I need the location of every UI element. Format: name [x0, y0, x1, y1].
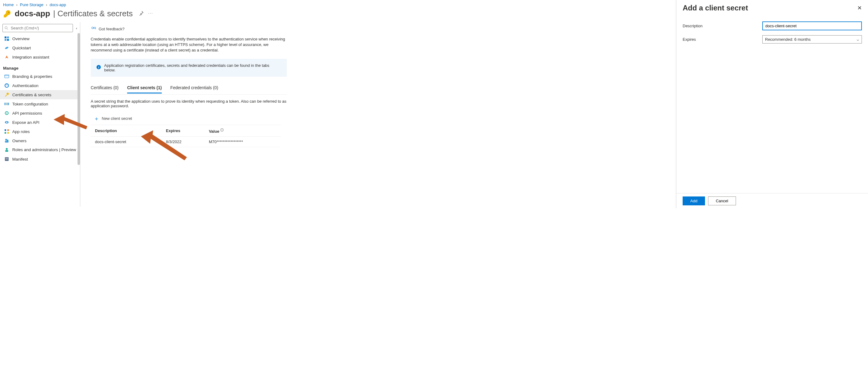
- api-permissions-icon: [4, 111, 9, 116]
- svg-rect-3: [5, 36, 6, 38]
- search-icon: [5, 26, 8, 30]
- expires-value: Recommended: 6 months: [765, 37, 811, 42]
- svg-rect-23: [7, 132, 9, 134]
- cell-description: docs-client-secret: [91, 136, 162, 147]
- sidebar-item-app-roles[interactable]: App roles: [0, 127, 80, 136]
- expose-api-icon: [4, 120, 9, 125]
- sidebar-item-owners[interactable]: Owners: [0, 136, 80, 145]
- more-icon[interactable]: ···: [148, 11, 153, 17]
- sidebar-item-label: Owners: [12, 139, 27, 143]
- new-client-secret-label: New client secret: [102, 116, 132, 121]
- sidebar-item-label: App roles: [12, 129, 30, 134]
- key-icon: [4, 92, 9, 97]
- svg-rect-28: [5, 150, 8, 152]
- sidebar-section-manage: Manage: [0, 62, 80, 72]
- sidebar-item-label: Quickstart: [12, 46, 31, 50]
- svg-point-32: [92, 27, 93, 29]
- sidebar-item-certificates-secrets[interactable]: Certificates & secrets: [0, 90, 80, 99]
- expires-select[interactable]: Recommended: 6 months ⌵: [762, 35, 862, 44]
- search-input[interactable]: [2, 24, 73, 32]
- description-input[interactable]: [762, 22, 862, 30]
- sidebar-item-overview[interactable]: Overview: [0, 34, 80, 43]
- tab-federated[interactable]: Federated credentials (0): [170, 83, 218, 93]
- sidebar-item-integration[interactable]: Integration assistant: [0, 52, 80, 62]
- owners-icon: [4, 138, 9, 143]
- page-title-section: | Certificates & secrets: [53, 9, 133, 19]
- plus-icon: ＋: [94, 115, 99, 122]
- sidebar-item-label: API permissions: [12, 111, 42, 116]
- add-client-secret-panel: Add a client secret ✕ Description Expire…: [676, 0, 868, 208]
- quickstart-icon: [4, 46, 9, 50]
- collapse-sidebar-icon[interactable]: ‹‹: [75, 26, 78, 30]
- sidebar-item-label: Roles and administrators | Preview: [12, 147, 76, 152]
- sidebar-item-label: Expose an API: [12, 120, 39, 125]
- sidebar-item-label: Integration assistant: [12, 55, 49, 59]
- sidebar-item-label: Token configuration: [12, 102, 48, 106]
- tab-certificates[interactable]: Certificates (0): [91, 83, 119, 93]
- sidebar-item-label: Certificates & secrets: [12, 93, 52, 97]
- token-icon: [4, 102, 9, 106]
- rocket-icon: [4, 55, 9, 59]
- breadcrumb-home[interactable]: Home: [3, 2, 14, 7]
- col-expires: Expires: [162, 125, 205, 136]
- sidebar-item-roles-admins[interactable]: Roles and administrators | Preview: [0, 145, 80, 154]
- sidebar-item-manifest[interactable]: Manifest: [0, 154, 80, 164]
- chevron-right-icon: ›: [46, 2, 47, 7]
- chevron-down-icon: ⌵: [857, 37, 859, 42]
- svg-rect-26: [5, 141, 8, 143]
- svg-rect-4: [7, 36, 9, 38]
- sidebar-item-expose-api[interactable]: Expose an API: [0, 118, 80, 127]
- svg-point-27: [6, 148, 8, 150]
- sidebar: ‹‹ Overview Quickstart Integration assis…: [0, 22, 80, 207]
- sidebar-scrollbar[interactable]: [78, 33, 80, 165]
- info-icon[interactable]: ⓘ: [220, 128, 224, 132]
- info-banner-text: Application registration certificates, s…: [104, 63, 281, 72]
- auth-icon: [4, 83, 9, 88]
- overview-icon: [4, 36, 9, 41]
- sidebar-item-token-configuration[interactable]: Token configuration: [0, 99, 80, 109]
- svg-rect-21: [7, 129, 9, 131]
- col-value: Value ⓘ: [205, 125, 281, 136]
- manifest-icon: [4, 156, 9, 162]
- col-description: Description: [91, 125, 162, 136]
- breadcrumb-org[interactable]: Pure Storage: [20, 2, 43, 7]
- sidebar-item-label: Branding & properties: [12, 74, 52, 79]
- feedback-icon: [91, 26, 96, 32]
- cancel-button[interactable]: Cancel: [708, 197, 736, 205]
- key-icon: [3, 9, 12, 18]
- svg-point-9: [5, 84, 8, 87]
- table-row: docs-client-secret 8/3/2022 M70*********…: [91, 136, 281, 147]
- feedback-label: Got feedback?: [99, 27, 125, 31]
- info-banner: i Application registration certificates,…: [91, 59, 287, 77]
- svg-point-25: [7, 140, 8, 141]
- svg-rect-31: [5, 159, 8, 160]
- sidebar-item-label: Manifest: [12, 157, 28, 162]
- app-roles-icon: [4, 129, 9, 134]
- secrets-table: Description Expires Value ⓘ docs-client-…: [91, 125, 281, 147]
- close-icon[interactable]: ✕: [857, 5, 862, 11]
- branding-icon: [4, 74, 9, 79]
- breadcrumb-app[interactable]: docs-app: [50, 2, 66, 7]
- svg-rect-5: [5, 39, 6, 41]
- svg-rect-20: [5, 129, 6, 131]
- svg-rect-7: [5, 75, 9, 78]
- sidebar-item-label: Overview: [12, 36, 29, 41]
- svg-rect-30: [5, 158, 8, 158]
- chevron-right-icon: ›: [16, 2, 18, 7]
- sidebar-item-authentication[interactable]: Authentication: [0, 81, 80, 90]
- field-label-expires: Expires: [683, 37, 762, 42]
- cell-value: M70*****************: [205, 136, 281, 147]
- svg-rect-22: [5, 132, 6, 134]
- tab-client-secrets[interactable]: Client secrets (1): [127, 83, 162, 93]
- add-button[interactable]: Add: [683, 197, 705, 205]
- sidebar-item-label: Authentication: [12, 83, 39, 88]
- svg-point-0: [8, 12, 9, 13]
- svg-point-19: [6, 122, 7, 123]
- cell-expires: 8/3/2022: [162, 136, 205, 147]
- sidebar-item-api-permissions[interactable]: API permissions: [0, 109, 80, 118]
- svg-line-2: [7, 29, 8, 29]
- sidebar-item-branding[interactable]: Branding & properties: [0, 72, 80, 81]
- pin-icon[interactable]: [139, 11, 144, 17]
- sidebar-item-quickstart[interactable]: Quickstart: [0, 43, 80, 52]
- svg-point-10: [7, 93, 9, 95]
